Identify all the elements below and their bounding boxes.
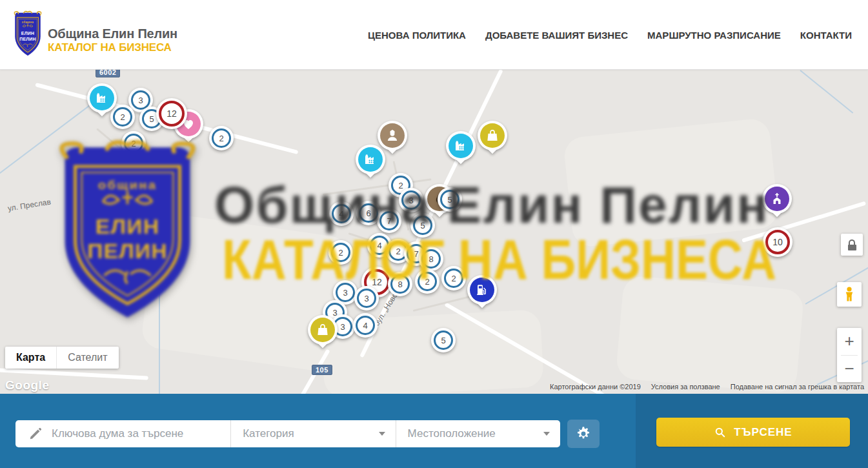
- nav-item[interactable]: ДОБАВЕТЕ ВАШИЯТ БИЗНЕС: [485, 30, 628, 41]
- search-icon: [714, 426, 726, 438]
- street-name-label: ул. Преслав: [7, 198, 52, 213]
- category-pin-factory[interactable]: [87, 83, 117, 121]
- fullscreen-lock-button[interactable]: [841, 234, 863, 256]
- search-action-panel: ТЪРСЕНЕ: [636, 394, 868, 468]
- chevron-down-icon: [379, 432, 385, 436]
- street-view-pegman-button[interactable]: [837, 282, 862, 307]
- logo-word-obshtina: община: [22, 20, 34, 24]
- watermark-word-elin: ЕЛИН: [96, 216, 159, 238]
- watermark-word-obshtina: община: [98, 178, 157, 192]
- map-type-control: Карта Сателит: [5, 347, 119, 369]
- watermark-logo: община ЕЛИН ПЕЛИН: [55, 138, 200, 327]
- search-button[interactable]: ТЪРСЕНЕ: [656, 418, 850, 447]
- gear-icon: [575, 425, 592, 442]
- nav-item[interactable]: МАРШРУТНО РАЗПИСАНИЕ: [647, 30, 781, 41]
- pencil-icon: [28, 427, 43, 441]
- logo-word-pelin: ПЕЛИН: [19, 36, 35, 43]
- map-type-satellite-button[interactable]: Сателит: [56, 347, 118, 369]
- cluster-marker[interactable]: 2: [209, 126, 234, 150]
- map-stream: [800, 70, 853, 114]
- attribution-link[interactable]: Условия за ползване: [651, 383, 720, 391]
- search-input[interactable]: [52, 427, 230, 440]
- cluster-marker[interactable]: 12: [156, 98, 187, 129]
- search-panel: Категория Местоположение: [0, 394, 636, 468]
- map-canvas[interactable]: 325122223546752427812822333345106002105у…: [0, 70, 868, 394]
- map-attribution: Картографски данни ©2019Условия за ползв…: [550, 383, 864, 391]
- location-select-label: Местоположение: [408, 427, 496, 440]
- attribution-text: Картографски данни ©2019: [550, 383, 641, 391]
- site-subtitle: КАТАЛОГ НА БИЗНЕСА: [48, 41, 172, 54]
- cluster-marker[interactable]: 4: [353, 313, 378, 338]
- site-title: Община Елин Пелин: [48, 26, 177, 41]
- zoom-in-button[interactable]: +: [837, 328, 862, 355]
- logo-word-elin: ЕЛИН: [21, 30, 34, 36]
- main-nav: ЦЕНОВА ПОЛИТИКАДОБАВЕТЕ ВАШИЯТ БИЗНЕСМАР…: [368, 0, 852, 70]
- lock-icon: [849, 239, 855, 245]
- map-terrain-patch: [616, 275, 805, 394]
- watermark-subtitle: КАТАЛОГ НА БИЗНЕСА: [222, 227, 776, 292]
- page: община ЕЛИН ПЕЛИН Община Елин Пелин КАТА…: [0, 0, 868, 468]
- cluster-marker[interactable]: 5: [431, 328, 456, 352]
- category-select[interactable]: Категория: [231, 420, 395, 447]
- advanced-search-button[interactable]: [567, 420, 600, 448]
- nav-item[interactable]: КОНТАКТИ: [800, 30, 852, 41]
- header: община ЕЛИН ПЕЛИН Община Елин Пелин КАТА…: [0, 0, 868, 70]
- road-number-label: 105: [312, 365, 332, 375]
- pegman-icon: [842, 286, 857, 303]
- search-button-label: ТЪРСЕНЕ: [734, 426, 792, 439]
- category-pin-bag[interactable]: [478, 121, 507, 158]
- category-pin-bag[interactable]: [308, 315, 338, 352]
- road-number-label: 6002: [96, 70, 120, 77]
- chevron-down-icon: [543, 432, 550, 436]
- zoom-out-button[interactable]: −: [837, 356, 862, 383]
- watermark-word-pelin: ПЕЛИН: [87, 240, 168, 263]
- attribution-link[interactable]: Подаване на сигнал за грешка в картата: [731, 383, 864, 391]
- map-type-map-button[interactable]: Карта: [5, 347, 56, 369]
- category-pin-factory[interactable]: [446, 131, 476, 168]
- keyword-section: [15, 420, 230, 447]
- google-logo[interactable]: Google: [5, 378, 49, 392]
- nav-item[interactable]: ЦЕНОВА ПОЛИТИКА: [368, 30, 466, 41]
- search-bar: Категория Местоположение: [15, 420, 560, 447]
- zoom-control: + −: [837, 328, 862, 382]
- municipality-logo[interactable]: община ЕЛИН ПЕЛИН: [13, 10, 43, 58]
- category-select-label: Категория: [243, 427, 294, 440]
- location-select[interactable]: Местоположение: [396, 420, 560, 447]
